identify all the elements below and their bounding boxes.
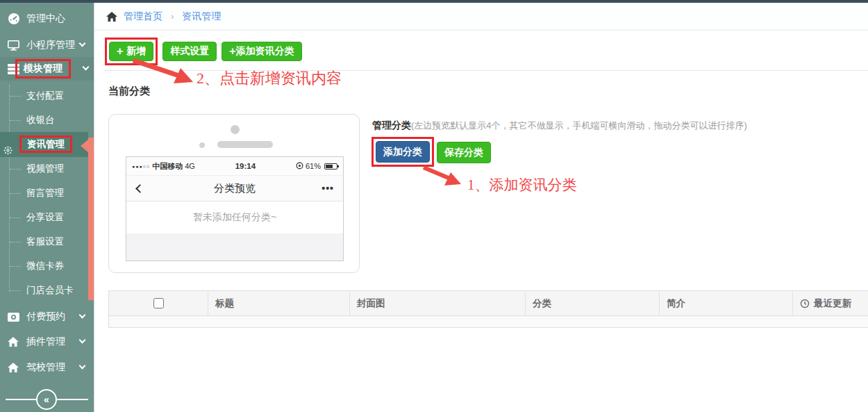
sidebar-item-admin-center[interactable]: 管理中心 — [0, 8, 94, 29]
annotation-step2: 2、点击新增资讯内容 — [197, 68, 342, 89]
highlight-box-news: 资讯管理 — [19, 135, 72, 153]
breadcrumb-home-link[interactable]: 管理首页 — [124, 10, 162, 23]
more-menu-icon[interactable]: ••• — [312, 183, 343, 194]
breadcrumb-current-link[interactable]: 资讯管理 — [182, 10, 221, 23]
highlight-box-modules: 模块管理 — [15, 59, 71, 79]
sidebar-item-label: 视频管理 — [26, 163, 64, 174]
home-icon — [8, 337, 19, 347]
sidebar-item-payment-config[interactable]: 支付配置 — [0, 83, 88, 108]
sidebar-item-cashier[interactable]: 收银台 — [0, 108, 88, 132]
battery-icon — [324, 163, 337, 170]
table-header-updated: 最近更新 — [793, 291, 868, 315]
gauge-icon — [8, 13, 20, 25]
sidebar-item-miniprogram[interactable]: 小程序管理 — [0, 35, 94, 56]
sidebar-item-label: 管理中心 — [26, 13, 65, 25]
sidebar-item-label: 插件管理 — [26, 336, 65, 348]
column-label: 分类 — [533, 297, 551, 310]
table-header-title: 标题 — [208, 291, 350, 315]
main-content: 管理首页 › 资讯管理 +新增 样式设置 +添加资讯分类 2、点击新增资讯内容 … — [94, 3, 868, 412]
collapse-sidebar-button[interactable]: « — [36, 389, 57, 410]
column-label: 简介 — [667, 297, 685, 310]
sidebar-item-modules[interactable]: 模块管理 — [0, 57, 94, 81]
chevron-down-icon — [79, 40, 86, 47]
column-label: 标题 — [215, 297, 234, 310]
sidebar-item-label: 收银台 — [26, 115, 55, 125]
app-window: 管理中心 小程序管理 模块管理 支付配置 收银台 资讯管理 视频管理 留言 — [0, 0, 868, 412]
style-settings-label: 样式设置 — [170, 45, 209, 58]
new-button-label: 新增 — [126, 45, 146, 58]
phone-status-bar: ●●●○○ 中国移动 4G 19:14 61% — [126, 157, 343, 176]
column-label: 封面图 — [357, 297, 385, 310]
annotation-arrow-step1 — [421, 165, 471, 189]
sidebar-item-label: 支付配置 — [26, 90, 64, 101]
chevron-down-icon — [79, 337, 86, 344]
plus-icon: + — [117, 45, 123, 58]
sidebar-item-message-management[interactable]: 留言管理 — [0, 181, 88, 205]
signal-strength-icon: ●●●○○ — [132, 164, 150, 169]
coin-icon — [8, 313, 19, 322]
save-category-button[interactable]: 保存分类 — [437, 142, 491, 163]
phone-page-title: 分类预览 — [157, 182, 312, 195]
current-category-title: 当前分类 — [108, 85, 150, 98]
table-header-cover: 封面图 — [350, 291, 526, 315]
sidebar-item-paid-booking[interactable]: 付费预约 — [0, 307, 94, 327]
sidebar-item-driving-school[interactable]: 驾校管理 — [0, 358, 94, 377]
table-header-select — [109, 291, 208, 315]
add-news-category-label: 添加资讯分类 — [236, 45, 294, 58]
add-category-button[interactable]: 添加分类 — [376, 141, 430, 163]
table-header-row: 标题 封面图 分类 简介 最近更新 — [108, 290, 868, 316]
sidebar-item-label: 留言管理 — [26, 188, 64, 198]
network-label: 4G — [185, 162, 195, 170]
phone-footer-area — [126, 233, 343, 261]
highlight-box-add-category: 添加分类 — [372, 137, 434, 167]
save-category-label: 保存分类 — [444, 147, 483, 159]
news-table: 标题 封面图 分类 简介 最近更新 — [108, 290, 868, 328]
sidebar-item-label: 小程序管理 — [26, 39, 75, 51]
annotation-arrow-step2 — [129, 58, 206, 88]
manage-category-label: 管理分类 — [372, 120, 411, 131]
status-time: 19:14 — [197, 162, 294, 170]
sidebar-item-plugin-management[interactable]: 插件管理 — [0, 332, 94, 352]
active-indicator-arrow — [81, 139, 89, 153]
sidebar-item-news-management[interactable]: 资讯管理 — [0, 132, 88, 157]
table-header-intro: 简介 — [660, 291, 793, 315]
chevron-down-icon — [79, 312, 86, 319]
plus-icon: + — [229, 45, 235, 58]
phone-nav-bar: 分类预览 ••• — [126, 176, 343, 201]
column-label: 最近更新 — [814, 297, 851, 310]
manage-category-title: 管理分类(左边预览默认显示4个，其它不做显示，手机端可横向滑动，拖动分类可以进行… — [372, 120, 747, 132]
add-news-category-button[interactable]: +添加资讯分类 — [222, 42, 301, 61]
clock-icon — [800, 299, 810, 308]
phone-empty-state: 暂未添加任何分类~ — [126, 201, 343, 233]
home-icon — [106, 12, 117, 22]
sidebar-item-label: 分享设置 — [26, 212, 64, 222]
sidebar-item-store-membercard[interactable]: 门店会员卡 — [0, 278, 88, 302]
sidebar-item-service-settings[interactable]: 客服设置 — [0, 229, 88, 254]
table-empty-row — [108, 316, 868, 328]
select-all-checkbox[interactable] — [153, 298, 164, 308]
monitor-icon — [8, 40, 19, 51]
sidebar-item-label: 付费预约 — [26, 311, 65, 323]
chevron-down-icon — [79, 363, 86, 370]
phone-sensor-dot — [199, 142, 205, 148]
collapse-glyph: « — [44, 394, 49, 405]
back-chevron-icon[interactable] — [135, 184, 144, 193]
breadcrumb: 管理首页 › 资讯管理 — [94, 3, 868, 31]
chevron-down-icon — [83, 64, 90, 71]
phone-screen: ●●●○○ 中国移动 4G 19:14 61% 分类预览 ••• 暂未添加任何分… — [126, 156, 344, 261]
phone-preview: ●●●○○ 中国移动 4G 19:14 61% 分类预览 ••• 暂未添加任何分… — [108, 114, 360, 273]
sidebar-item-label: 微信卡券 — [26, 261, 64, 271]
table-header-category: 分类 — [526, 291, 660, 315]
home-icon — [8, 363, 19, 372]
annotation-step1: 1、添加资讯分类 — [467, 175, 577, 195]
manage-category-note: (左边预览默认显示4个，其它不做显示，手机端可横向滑动，拖动分类可以进行排序) — [411, 120, 747, 131]
add-category-label: 添加分类 — [383, 146, 422, 158]
phone-speaker-bar — [217, 141, 273, 148]
phone-camera-dot — [231, 125, 240, 134]
sidebar-item-label: 客服设置 — [26, 236, 64, 247]
carrier-label: 中国移动 — [152, 161, 183, 172]
sidebar-item-label: 门店会员卡 — [26, 285, 74, 295]
sidebar-item-video-management[interactable]: 视频管理 — [0, 156, 88, 181]
sidebar-item-wechat-coupons[interactable]: 微信卡券 — [0, 254, 88, 278]
sidebar-item-share-settings[interactable]: 分享设置 — [0, 205, 88, 229]
